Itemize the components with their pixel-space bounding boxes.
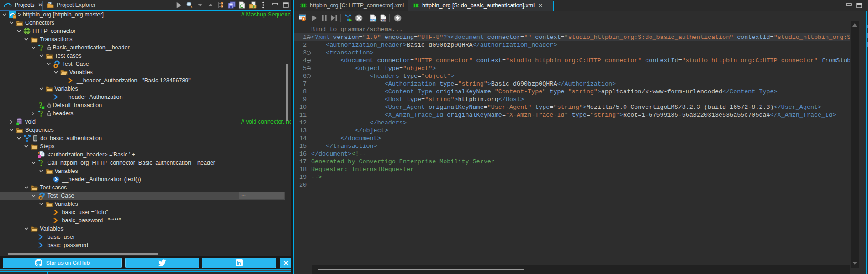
tree-row[interactable]: <authorization_header> ='Basic ' +... xyxy=(0,150,291,159)
engine-button[interactable] xyxy=(298,13,307,22)
tree-row[interactable]: Variables xyxy=(0,200,291,208)
expander-open-icon[interactable] xyxy=(32,192,36,200)
import-button[interactable] xyxy=(249,1,257,9)
expander-closed-icon[interactable] xyxy=(10,118,12,126)
collapse-all-button[interactable] xyxy=(196,1,204,9)
show-xml-button[interactable]: xml xyxy=(369,13,378,22)
tree-row[interactable]: basic_password ="****" xyxy=(0,216,291,225)
left-tabstrip: Projects✕Project Explorer xyxy=(0,0,291,10)
hscroll-thumb[interactable] xyxy=(318,269,524,270)
expander-closed-icon[interactable] xyxy=(32,109,34,118)
tab-project-explorer[interactable]: Project Explorer xyxy=(43,0,99,10)
fold-toggle-icon[interactable] xyxy=(307,59,311,63)
refresh-button[interactable] xyxy=(238,1,246,9)
scroll-down-arrow-icon[interactable] xyxy=(852,262,857,265)
tree-row[interactable]: basic_password xyxy=(0,241,291,249)
expander-open-icon[interactable] xyxy=(17,27,21,35)
tab-projects-close-icon[interactable]: ✕ xyxy=(37,2,42,8)
tree-row[interactable]: ?Call_httpbin_org_HTTP_connector_Basic_a… xyxy=(0,159,291,167)
expander-open-icon[interactable] xyxy=(24,183,28,192)
expander-open-icon[interactable] xyxy=(39,52,43,60)
tree-row[interactable]: Test_Case xyxy=(0,60,291,68)
fold-toggle-icon[interactable] xyxy=(307,74,311,78)
tree-row[interactable]: ?headers xyxy=(0,109,291,118)
search-button[interactable] xyxy=(185,1,194,9)
play-button[interactable] xyxy=(310,13,319,22)
tree-row[interactable]: Test_Case... xyxy=(0,192,291,200)
download-button[interactable] xyxy=(393,13,402,22)
step-button[interactable] xyxy=(329,13,339,22)
editor-tab[interactable]: httpbin_org [C: HTTP_connector].xml xyxy=(296,0,408,11)
expander-open-icon[interactable] xyxy=(24,225,28,233)
tree-row[interactable]: Test cases xyxy=(0,183,291,192)
tree-row[interactable]: basic_user ="toto" xyxy=(0,208,291,216)
tree-row[interactable]: Test cases xyxy=(0,52,291,60)
link-with-editor-button[interactable] xyxy=(217,1,225,9)
close-banner-button[interactable] xyxy=(280,258,292,268)
tree-vertical-scrollbar[interactable] xyxy=(286,64,288,121)
tree-row[interactable]: basic_user xyxy=(0,233,291,241)
tree-row[interactable]: Transactions xyxy=(0,35,291,43)
twitter-button[interactable] xyxy=(125,258,199,268)
minimize-button[interactable] xyxy=(271,1,279,9)
view-menu-button[interactable] xyxy=(259,1,267,9)
linkedin-button[interactable]: in xyxy=(202,258,276,268)
step-icon xyxy=(331,15,338,21)
tree-row[interactable]: void// void connector, no transaction xyxy=(0,118,291,126)
expander-open-icon[interactable] xyxy=(10,126,14,134)
expander-open-icon[interactable] xyxy=(10,19,14,27)
edit-value-button[interactable]: ... xyxy=(239,192,284,199)
pause-button[interactable] xyxy=(320,13,329,22)
editor-tab-active[interactable]: httpbin_org [S: do_basic_authentication]… xyxy=(408,0,553,11)
expander-open-icon[interactable] xyxy=(54,68,58,76)
tab-projects[interactable]: Projects✕ xyxy=(0,0,42,10)
fold-toggle-icon[interactable] xyxy=(307,51,311,55)
tree-row[interactable]: __header_Authorization (text()) xyxy=(0,175,291,183)
expander-open-icon[interactable] xyxy=(17,134,21,142)
editor-vertical-scrollbar[interactable] xyxy=(851,21,859,268)
maximize-button[interactable] xyxy=(281,1,290,9)
tree-row[interactable]: __header_Authorization ="Basic 123456789… xyxy=(0,76,291,85)
tree-row[interactable]: Variables xyxy=(0,68,291,76)
scroll-up-arrow-icon[interactable] xyxy=(852,23,857,27)
tree-row[interactable]: Variables xyxy=(0,225,291,233)
expander-open-icon[interactable] xyxy=(32,159,36,167)
fold-toggle-icon[interactable] xyxy=(307,35,311,39)
tree-row[interactable]: ?Default_transaction xyxy=(0,101,291,109)
search-icon xyxy=(186,1,193,9)
tree-row[interactable]: HTTP_connector xyxy=(0,27,291,35)
run-button[interactable] xyxy=(175,1,183,9)
tree-row[interactable]: do_basic_authentication xyxy=(0,134,291,142)
tree-row[interactable]: Variables xyxy=(0,85,291,93)
expander-open-icon[interactable] xyxy=(2,11,6,19)
expander-open-icon[interactable] xyxy=(39,85,43,93)
show-json-button[interactable]: JSON xyxy=(379,13,388,22)
expander-open-icon[interactable] xyxy=(32,43,36,52)
editor-minimize-button[interactable] xyxy=(844,2,852,9)
expander-open-icon[interactable] xyxy=(47,60,51,68)
editor-horizontal-scrollbar[interactable] xyxy=(312,265,850,274)
github-button[interactable]: Star us on GitHub xyxy=(3,258,122,268)
projects-tree: > httpbin_org [httpbin_org master]// Mas… xyxy=(0,11,291,253)
tree-row[interactable]: Sequences xyxy=(0,126,291,134)
expander-open-icon[interactable] xyxy=(39,200,43,208)
expander-open-icon[interactable] xyxy=(24,142,28,150)
token-a: contextId xyxy=(733,34,770,41)
execute-sequence-button[interactable] xyxy=(344,13,353,22)
fold-toggle-icon[interactable] xyxy=(307,66,311,70)
tree-horizontal-scrollbar[interactable] xyxy=(8,253,158,255)
tree-row[interactable]: Steps xyxy=(0,142,291,150)
expander-open-icon[interactable] xyxy=(24,35,28,43)
stop-button[interactable] xyxy=(354,13,363,22)
expand-button[interactable] xyxy=(206,1,215,9)
tree-row[interactable]: Variables xyxy=(0,167,291,175)
editor-tab-close-icon[interactable]: ✕ xyxy=(537,3,543,8)
tree-row[interactable]: Connectors xyxy=(0,19,291,27)
expander-open-icon[interactable] xyxy=(39,167,43,175)
tree-row[interactable]: ?Basic_authentication__header xyxy=(0,43,291,52)
save-all-button[interactable] xyxy=(228,1,236,9)
tree-row[interactable]: __header_Authorization xyxy=(0,93,291,101)
tree-row[interactable]: > httpbin_org [httpbin_org master]// Mas… xyxy=(0,11,291,19)
editor-maximize-button[interactable] xyxy=(855,2,863,9)
xml-source[interactable]: <?xml version="1.0" encoding="UTF-8"?><d… xyxy=(311,33,850,191)
